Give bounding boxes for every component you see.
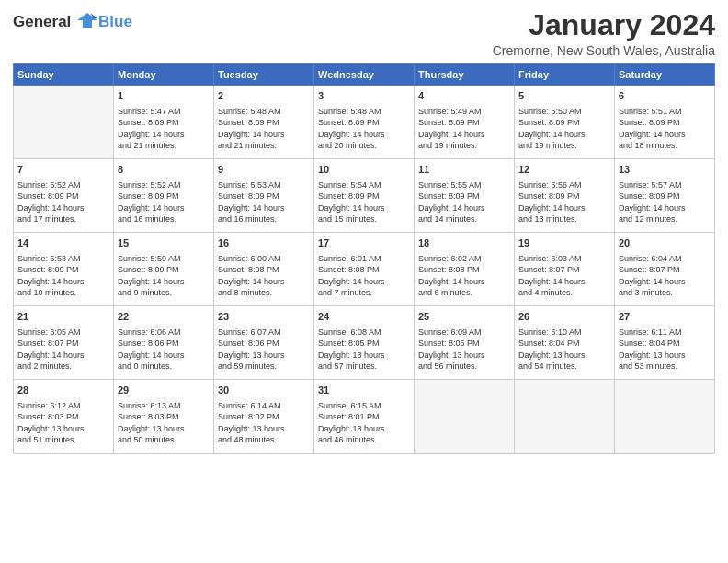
day-info: Sunrise: 5:58 AM Sunset: 8:09 PM Dayligh… [17,253,109,299]
weekday-header: Wednesday [314,64,415,86]
day-number: 24 [318,310,410,324]
day-number: 26 [518,310,610,324]
day-info: Sunrise: 6:07 AM Sunset: 8:06 PM Dayligh… [218,327,310,373]
day-info: Sunrise: 6:03 AM Sunset: 8:07 PM Dayligh… [518,253,610,299]
logo: General Blue [13,13,132,31]
day-number: 22 [118,310,210,324]
day-number: 20 [619,236,711,250]
day-number: 23 [218,310,310,324]
day-number: 28 [17,384,109,397]
weekday-header: Saturday [615,64,715,86]
calendar-cell [14,86,114,159]
day-info: Sunrise: 6:05 AM Sunset: 8:07 PM Dayligh… [17,327,109,373]
day-number: 14 [17,236,109,250]
calendar-table: SundayMondayTuesdayWednesdayThursdayFrid… [13,63,715,454]
day-info: Sunrise: 5:53 AM Sunset: 8:09 PM Dayligh… [218,179,310,225]
day-info: Sunrise: 5:48 AM Sunset: 8:09 PM Dayligh… [318,106,410,152]
day-number: 2 [218,89,310,103]
calendar-cell: 6Sunrise: 5:51 AM Sunset: 8:09 PM Daylig… [615,86,715,159]
weekday-header: Monday [114,64,214,86]
svg-marker-0 [77,13,97,28]
day-number: 11 [418,163,510,177]
calendar-week-row: 7Sunrise: 5:52 AM Sunset: 8:09 PM Daylig… [14,159,715,233]
day-number: 4 [418,89,510,103]
day-info: Sunrise: 5:52 AM Sunset: 8:09 PM Dayligh… [118,179,210,225]
day-number: 17 [318,236,410,250]
day-info: Sunrise: 5:59 AM Sunset: 8:09 PM Dayligh… [118,253,210,299]
day-info: Sunrise: 6:08 AM Sunset: 8:05 PM Dayligh… [318,327,410,373]
calendar-cell: 5Sunrise: 5:50 AM Sunset: 8:09 PM Daylig… [515,86,615,159]
calendar-cell: 25Sunrise: 6:09 AM Sunset: 8:05 PM Dayli… [415,306,515,380]
month-title: January 2024 [493,9,715,41]
calendar-cell: 27Sunrise: 6:11 AM Sunset: 8:04 PM Dayli… [615,306,715,380]
calendar-cell: 14Sunrise: 5:58 AM Sunset: 8:09 PM Dayli… [14,233,114,306]
day-info: Sunrise: 5:55 AM Sunset: 8:09 PM Dayligh… [418,179,510,225]
calendar-cell: 24Sunrise: 6:08 AM Sunset: 8:05 PM Dayli… [314,306,415,380]
day-info: Sunrise: 6:02 AM Sunset: 8:08 PM Dayligh… [418,253,510,299]
calendar-cell [515,380,615,454]
calendar-week-row: 14Sunrise: 5:58 AM Sunset: 8:09 PM Dayli… [14,233,715,306]
calendar-cell: 10Sunrise: 5:54 AM Sunset: 8:09 PM Dayli… [314,159,415,233]
calendar-cell: 20Sunrise: 6:04 AM Sunset: 8:07 PM Dayli… [615,233,715,306]
day-info: Sunrise: 5:49 AM Sunset: 8:09 PM Dayligh… [418,106,510,152]
calendar-cell: 22Sunrise: 6:06 AM Sunset: 8:06 PM Dayli… [114,306,214,380]
calendar-cell: 19Sunrise: 6:03 AM Sunset: 8:07 PM Dayli… [515,233,615,306]
day-number: 25 [418,310,510,324]
calendar-week-row: 1Sunrise: 5:47 AM Sunset: 8:09 PM Daylig… [14,86,715,159]
day-number: 18 [418,236,510,250]
day-number: 12 [518,163,610,177]
calendar-cell: 28Sunrise: 6:12 AM Sunset: 8:03 PM Dayli… [14,380,114,454]
day-number: 21 [17,310,109,324]
day-number: 16 [218,236,310,250]
day-info: Sunrise: 5:57 AM Sunset: 8:09 PM Dayligh… [619,179,711,225]
day-number: 9 [218,163,310,177]
calendar-cell: 23Sunrise: 6:07 AM Sunset: 8:06 PM Dayli… [214,306,314,380]
day-info: Sunrise: 6:11 AM Sunset: 8:04 PM Dayligh… [619,327,711,373]
weekday-header-row: SundayMondayTuesdayWednesdayThursdayFrid… [14,64,715,86]
day-info: Sunrise: 6:12 AM Sunset: 8:03 PM Dayligh… [17,400,109,446]
day-number: 19 [518,236,610,250]
day-info: Sunrise: 5:51 AM Sunset: 8:09 PM Dayligh… [619,106,711,152]
calendar-week-row: 28Sunrise: 6:12 AM Sunset: 8:03 PM Dayli… [14,380,715,454]
day-number: 8 [118,163,210,177]
calendar-cell: 31Sunrise: 6:15 AM Sunset: 8:01 PM Dayli… [314,380,415,454]
day-info: Sunrise: 6:06 AM Sunset: 8:06 PM Dayligh… [118,327,210,373]
day-info: Sunrise: 5:52 AM Sunset: 8:09 PM Dayligh… [17,179,109,225]
header: General Blue January 2024 Cremorne, New … [13,9,715,58]
day-number: 1 [118,89,210,103]
day-info: Sunrise: 5:47 AM Sunset: 8:09 PM Dayligh… [118,106,210,152]
calendar-cell [415,380,515,454]
calendar-cell: 7Sunrise: 5:52 AM Sunset: 8:09 PM Daylig… [14,159,114,233]
day-number: 13 [619,163,711,177]
calendar-week-row: 21Sunrise: 6:05 AM Sunset: 8:07 PM Dayli… [14,306,715,380]
calendar-cell: 18Sunrise: 6:02 AM Sunset: 8:08 PM Dayli… [415,233,515,306]
day-info: Sunrise: 6:00 AM Sunset: 8:08 PM Dayligh… [218,253,310,299]
calendar-cell: 13Sunrise: 5:57 AM Sunset: 8:09 PM Dayli… [615,159,715,233]
title-block: January 2024 Cremorne, New South Wales, … [493,9,715,58]
day-info: Sunrise: 5:54 AM Sunset: 8:09 PM Dayligh… [318,179,410,225]
day-info: Sunrise: 6:01 AM Sunset: 8:08 PM Dayligh… [318,253,410,299]
calendar-cell: 16Sunrise: 6:00 AM Sunset: 8:08 PM Dayli… [214,233,314,306]
calendar-cell: 21Sunrise: 6:05 AM Sunset: 8:07 PM Dayli… [14,306,114,380]
calendar-cell: 2Sunrise: 5:48 AM Sunset: 8:09 PM Daylig… [214,86,314,159]
calendar-cell: 11Sunrise: 5:55 AM Sunset: 8:09 PM Dayli… [415,159,515,233]
weekday-header: Sunday [14,64,114,86]
day-number: 31 [318,384,410,397]
weekday-header: Thursday [415,64,515,86]
day-info: Sunrise: 6:04 AM Sunset: 8:07 PM Dayligh… [619,253,711,299]
day-info: Sunrise: 6:15 AM Sunset: 8:01 PM Dayligh… [318,400,410,446]
location: Cremorne, New South Wales, Australia [493,43,715,58]
day-info: Sunrise: 5:56 AM Sunset: 8:09 PM Dayligh… [518,179,610,225]
page: General Blue January 2024 Cremorne, New … [0,0,728,463]
day-number: 3 [318,89,410,103]
calendar-cell: 4Sunrise: 5:49 AM Sunset: 8:09 PM Daylig… [415,86,515,159]
logo-blue: Blue [98,13,132,31]
day-info: Sunrise: 6:14 AM Sunset: 8:02 PM Dayligh… [218,400,310,446]
day-number: 5 [518,89,610,103]
day-info: Sunrise: 5:50 AM Sunset: 8:09 PM Dayligh… [518,106,610,152]
weekday-header: Friday [515,64,615,86]
day-number: 29 [118,384,210,397]
day-number: 15 [118,236,210,250]
calendar-cell: 17Sunrise: 6:01 AM Sunset: 8:08 PM Dayli… [314,233,415,306]
calendar-cell: 26Sunrise: 6:10 AM Sunset: 8:04 PM Dayli… [515,306,615,380]
